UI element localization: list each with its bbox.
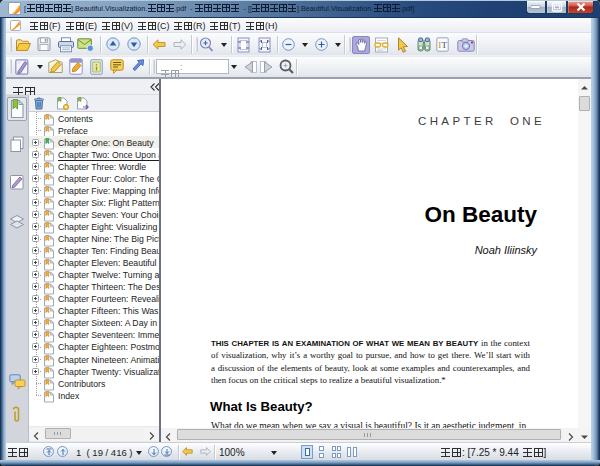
svg-text:T: T	[441, 40, 447, 50]
